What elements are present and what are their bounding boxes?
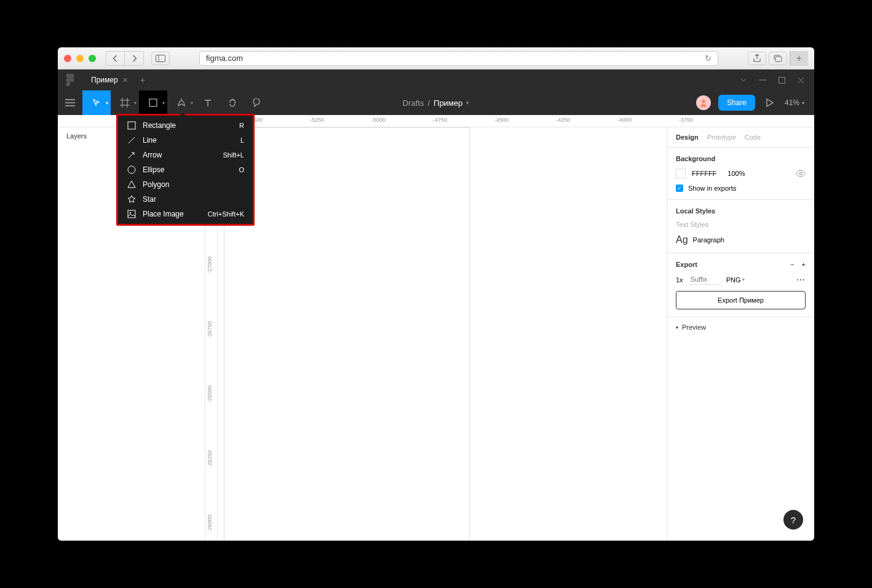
- refresh-icon[interactable]: ↻: [705, 54, 711, 63]
- url-bar[interactable]: figma.com ↻: [199, 51, 718, 66]
- svg-point-19: [128, 166, 135, 173]
- add-export-icon[interactable]: +: [802, 261, 806, 268]
- app-tab-bar: Пример × +: [58, 70, 814, 90]
- local-styles-title: Local Styles: [676, 207, 806, 215]
- breadcrumb-file: Пример: [434, 98, 462, 108]
- dropdown-item-arrow[interactable]: Arrow Shift+L: [118, 148, 253, 162]
- background-section: Background FFFFFF 100% ✓ Show in exports: [667, 148, 814, 200]
- ellipse-icon: [127, 165, 137, 175]
- svg-rect-20: [128, 210, 135, 218]
- chevron-down-icon: ▾: [106, 100, 108, 106]
- color-swatch[interactable]: [676, 169, 686, 178]
- app-close-icon[interactable]: [798, 77, 804, 84]
- new-browser-tab-button[interactable]: +: [790, 51, 808, 66]
- right-panel: Design Prototype Code Background FFFFFF …: [667, 127, 814, 541]
- frame-tool[interactable]: ▾: [111, 90, 139, 115]
- tab-design[interactable]: Design: [676, 133, 699, 141]
- chevron-down-icon: ▾: [162, 100, 165, 106]
- zoom-control[interactable]: 41% ▾: [785, 98, 804, 107]
- show-in-exports-checkbox[interactable]: ✓ Show in exports: [676, 185, 806, 192]
- toolbar: ▾ ▾ ▾ ▾ Drafts / Пример ▾ Share 41% ▾: [58, 90, 814, 115]
- tab-prototype[interactable]: Prototype: [707, 133, 736, 141]
- move-tool[interactable]: ▾: [82, 90, 111, 115]
- svg-point-3: [70, 78, 74, 82]
- polygon-icon: [127, 180, 137, 189]
- svg-line-18: [129, 153, 134, 158]
- present-button[interactable]: [763, 98, 777, 107]
- export-button[interactable]: Export Пример: [676, 291, 806, 309]
- share-button[interactable]: Share: [718, 95, 755, 111]
- export-options-icon[interactable]: ⋯: [796, 275, 806, 285]
- svg-point-21: [130, 212, 131, 213]
- svg-point-14: [702, 100, 705, 103]
- window-maximize[interactable]: [89, 55, 96, 62]
- frame[interactable]: [224, 127, 470, 541]
- hand-tool[interactable]: [220, 90, 245, 115]
- svg-line-17: [129, 137, 135, 143]
- text-style-name: Paragraph: [693, 236, 724, 244]
- chevron-down-icon: ▾: [134, 100, 137, 106]
- image-icon: [127, 209, 137, 219]
- url-text: figma.com: [206, 54, 243, 63]
- figma-logo[interactable]: [58, 70, 82, 90]
- app-maximize-icon[interactable]: [779, 77, 785, 84]
- background-title: Background: [676, 155, 806, 162]
- svg-rect-16: [128, 122, 135, 129]
- dropdown-item-ellipse[interactable]: Ellipse O: [118, 162, 253, 177]
- comment-tool[interactable]: [245, 90, 269, 115]
- dropdown-item-star[interactable]: Star: [118, 192, 253, 207]
- nav-buttons: [106, 51, 144, 66]
- canvas[interactable]: -27000 -26750 -26500 -26250 -26000: [205, 127, 667, 541]
- svg-point-15: [799, 172, 802, 175]
- right-panel-tabs: Design Prototype Code: [667, 127, 814, 148]
- preview-label: Preview: [682, 324, 706, 331]
- forward-button[interactable]: [125, 52, 143, 65]
- shape-tool-dropdown: Rectangle R Line L Arrow Shift+L Ellipse…: [116, 114, 255, 226]
- text-tool[interactable]: [196, 90, 220, 115]
- dropdown-item-rectangle[interactable]: Rectangle R: [118, 118, 253, 133]
- share-page-button[interactable]: [748, 52, 766, 65]
- star-icon: [127, 194, 137, 204]
- color-opacity[interactable]: 100%: [727, 170, 745, 177]
- shape-tool[interactable]: ▾: [139, 90, 167, 115]
- help-button[interactable]: ?: [783, 510, 803, 530]
- export-scale[interactable]: 1x: [676, 276, 683, 284]
- export-section: Export − + 1x PNG ▾ ⋯ Export Пример: [667, 253, 814, 317]
- export-format-select[interactable]: PNG ▾: [726, 276, 745, 284]
- browser-chrome: figma.com ↻ +: [58, 47, 814, 70]
- svg-rect-5: [779, 77, 785, 83]
- dropdown-item-line[interactable]: Line L: [118, 133, 253, 148]
- preview-toggle[interactable]: ▾ Preview: [667, 317, 814, 337]
- chevron-down-icon[interactable]: [740, 78, 747, 82]
- app-minimize-icon[interactable]: [759, 79, 766, 81]
- tabs-overview-button[interactable]: [769, 52, 787, 65]
- back-button[interactable]: [106, 52, 125, 65]
- breadcrumb[interactable]: Drafts / Пример ▾: [403, 98, 470, 108]
- close-tab-icon[interactable]: ×: [123, 75, 128, 85]
- remove-export-icon[interactable]: −: [790, 261, 794, 268]
- chevron-down-icon: ▾: [466, 100, 469, 106]
- chevron-down-icon: ▾: [802, 100, 804, 106]
- new-tab-button[interactable]: +: [133, 75, 153, 85]
- line-icon: [127, 135, 137, 145]
- window-close[interactable]: [64, 55, 71, 62]
- traffic-lights: [64, 55, 96, 62]
- text-style-item[interactable]: Ag Paragraph: [676, 234, 806, 245]
- color-hex[interactable]: FFFFFF: [692, 170, 716, 177]
- zoom-value: 41%: [785, 98, 799, 107]
- text-styles-label: Text Styles: [676, 221, 806, 228]
- tab-code[interactable]: Code: [745, 133, 761, 141]
- file-tab[interactable]: Пример ×: [82, 70, 133, 90]
- sidebar-toggle-button[interactable]: [151, 52, 170, 65]
- window-minimize[interactable]: [76, 55, 84, 62]
- dropdown-item-place-image[interactable]: Place Image Ctrl+Shift+K: [118, 207, 253, 221]
- rectangle-icon: [127, 121, 137, 130]
- arrow-icon: [127, 150, 137, 160]
- breadcrumb-parent: Drafts: [403, 98, 424, 108]
- menu-button[interactable]: [58, 90, 82, 115]
- dropdown-item-polygon[interactable]: Polygon: [118, 177, 253, 192]
- user-avatar[interactable]: [696, 95, 711, 110]
- export-suffix-input[interactable]: [689, 274, 720, 285]
- visibility-toggle-icon[interactable]: [796, 170, 806, 177]
- chevron-down-icon: ▾: [191, 100, 193, 106]
